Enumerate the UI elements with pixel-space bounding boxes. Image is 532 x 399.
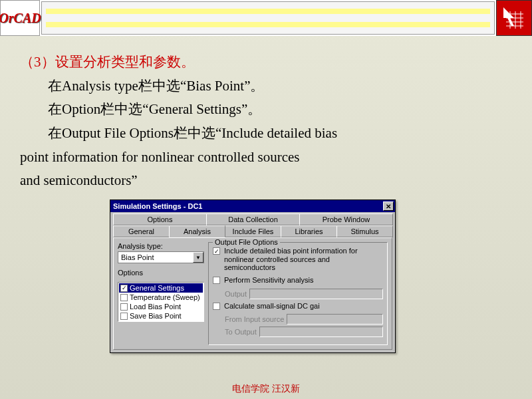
from-input-label: From Input source	[225, 315, 284, 323]
checkbox-icon	[213, 277, 220, 284]
chevron-down-icon[interactable]: ▼	[193, 252, 203, 263]
paragraph-3c: and semiconductors”	[20, 169, 512, 193]
checkbox-include-detailed[interactable]: ✓ Include detailed bias point informatio…	[213, 247, 383, 272]
group-title: Output File Options	[213, 238, 280, 246]
analysis-type-label: Analysis type:	[118, 242, 204, 250]
from-input-field[interactable]	[287, 314, 383, 325]
slide-footer: 电信学院 汪汉新	[0, 383, 532, 395]
option-temperature-sweep[interactable]: Temperature (Sweep)	[119, 293, 203, 302]
slide-content: （3）设置分析类型和参数。 在Analysis type栏中选“Bias Poi…	[0, 36, 532, 193]
to-output-label: To Output	[225, 328, 257, 336]
orcad-logo: OrCAD	[0, 0, 40, 36]
option-label: Temperature (Sweep)	[130, 293, 200, 301]
checkbox-sensitivity[interactable]: Perform Sensitivity analysis	[213, 276, 383, 285]
tab-include-files[interactable]: Include Files	[225, 225, 281, 237]
tab-probe-window[interactable]: Probe Window	[299, 213, 393, 225]
option-load-bias-point[interactable]: Load Bias Point	[119, 302, 203, 311]
paragraph-3b: point information for nonlinear controll…	[20, 146, 512, 170]
checkbox-label: Include detailed bias point information …	[224, 247, 383, 272]
close-button[interactable]: ✕	[383, 201, 394, 211]
tab-data-collection[interactable]: Data Collection	[206, 213, 300, 225]
checkbox-label: Calculate small-signal DC gai	[224, 302, 383, 311]
from-input-row: From Input source	[225, 314, 383, 325]
options-listbox[interactable]: ✓ General Settings Temperature (Sweep) L…	[118, 282, 204, 322]
tab-general[interactable]: General	[113, 225, 170, 237]
top-arrow-icon	[496, 0, 532, 36]
option-label: Load Bias Point	[130, 303, 181, 311]
top-banner-graphic	[41, 1, 495, 35]
option-label: General Settings	[130, 284, 184, 292]
tab-libraries[interactable]: Libraries	[281, 225, 337, 237]
tab-row-bottom: General Analysis Include Files Libraries…	[113, 225, 392, 237]
tab-stimulus[interactable]: Stimulus	[336, 225, 393, 237]
paragraph-2: 在Option栏中选“General Settings”。	[20, 98, 512, 122]
simulation-settings-dialog: Simulation Settings - DC1 ✕ Options Data…	[110, 200, 396, 353]
output-file-options-group: Output File Options ✓ Include detailed b…	[208, 242, 388, 345]
checkbox-icon: ✓	[213, 247, 220, 255]
output-field-label: Output	[225, 290, 247, 298]
output-input[interactable]	[249, 289, 383, 299]
close-icon: ✕	[386, 203, 391, 210]
tab-analysis[interactable]: Analysis	[169, 225, 225, 237]
paragraph-1: 在Analysis type栏中选“Bias Point”。	[20, 74, 512, 98]
output-field-row: Output	[225, 289, 383, 299]
paragraph-3a: 在Output File Options栏中选“Include detailed…	[20, 122, 512, 146]
checkbox-icon	[213, 303, 220, 310]
checkbox-icon: ✓	[120, 285, 128, 292]
option-general-settings[interactable]: ✓ General Settings	[119, 283, 203, 293]
dialog-title: Simulation Settings - DC1	[113, 202, 383, 210]
to-output-field[interactable]	[259, 327, 383, 337]
checkbox-icon	[120, 313, 128, 320]
to-output-row: To Output	[225, 327, 383, 337]
option-save-bias-point[interactable]: Save Bias Point	[119, 311, 203, 321]
dialog-titlebar[interactable]: Simulation Settings - DC1 ✕	[110, 200, 395, 212]
checkbox-icon	[120, 294, 128, 301]
logo-text: OrCAD	[0, 11, 41, 26]
analysis-type-dropdown[interactable]: Bias Point ▼	[118, 251, 204, 263]
tab-row-top: Options Data Collection Probe Window	[113, 213, 392, 225]
option-label: Save Bias Point	[130, 312, 182, 320]
options-label: Options	[118, 269, 204, 277]
checkbox-label: Perform Sensitivity analysis	[224, 276, 383, 285]
checkbox-icon	[120, 303, 128, 311]
tab-panel-analysis: Analysis type: Bias Point ▼ Options ✓ Ge…	[113, 237, 392, 350]
section-heading: （3）设置分析类型和参数。	[20, 51, 512, 74]
checkbox-small-signal[interactable]: Calculate small-signal DC gai	[213, 302, 383, 311]
tab-options[interactable]: Options	[113, 213, 207, 225]
analysis-type-value: Bias Point	[118, 253, 193, 261]
